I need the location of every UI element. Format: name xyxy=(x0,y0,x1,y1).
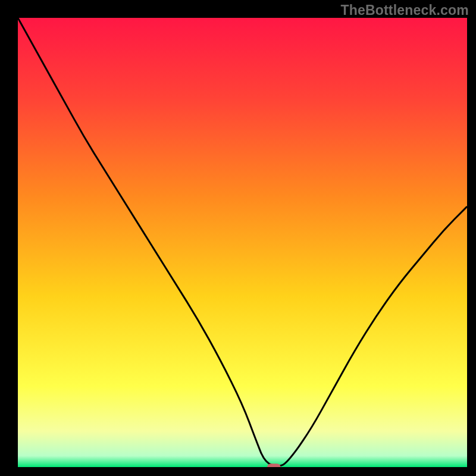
bottleneck-chart xyxy=(18,18,467,467)
watermark-text: TheBottleneck.com xyxy=(340,2,469,18)
gradient-background xyxy=(18,18,467,467)
chart-container: TheBottleneck.com xyxy=(0,0,476,476)
optimal-point-marker xyxy=(267,464,281,467)
